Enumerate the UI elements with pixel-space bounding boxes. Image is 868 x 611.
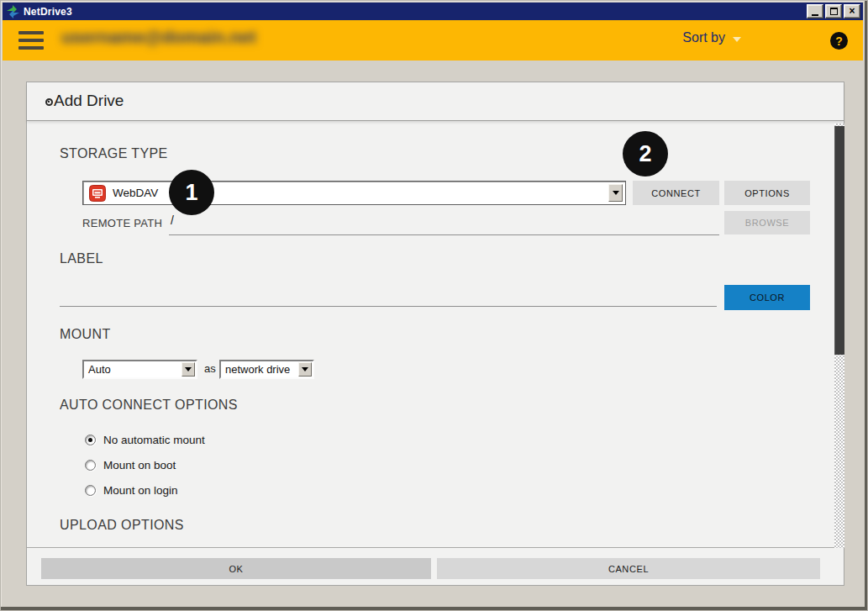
help-button[interactable]: ? <box>830 32 848 50</box>
radio-label: Mount on login <box>103 484 178 497</box>
browse-button[interactable]: BROWSE <box>724 211 810 234</box>
upload-options-heading: UPLOAD OPTIONS <box>60 518 184 533</box>
radio-row-mount-on-boot: Mount on boot <box>85 459 176 471</box>
add-drive-panel: Add Drive STORAGE TYPE WebDAV CONNECT OP… <box>26 82 844 586</box>
menu-icon[interactable] <box>18 31 44 50</box>
remote-path-label: REMOTE PATH <box>82 217 162 229</box>
close-icon: × <box>849 6 855 16</box>
sort-by-label: Sort by <box>682 30 725 45</box>
mount-heading: MOUNT <box>60 327 111 342</box>
radio-mount-on-boot[interactable] <box>85 460 96 471</box>
storage-type-heading: STORAGE TYPE <box>60 146 168 161</box>
radio-label: No automatic mount <box>103 434 205 446</box>
sort-by-button[interactable]: Sort by <box>682 30 741 45</box>
webdav-icon <box>89 185 106 202</box>
chevron-down-icon <box>733 37 741 42</box>
scrollbar-thumb[interactable] <box>834 126 844 355</box>
radio-row-mount-on-login: Mount on login <box>85 484 178 497</box>
maximize-button[interactable] <box>825 4 842 18</box>
mount-mode-value: Auto <box>88 363 111 376</box>
storage-type-value: WebDAV <box>113 187 158 199</box>
mount-target-dropdown-arrow[interactable] <box>298 362 312 377</box>
scrollbar-track[interactable] <box>834 124 844 548</box>
page-title: Add Drive <box>54 92 124 110</box>
window-title: NetDrive3 <box>24 6 72 18</box>
mount-target-value: network drive <box>225 363 290 376</box>
remote-path-input[interactable]: / <box>171 213 174 227</box>
auto-connect-heading: AUTO CONNECT OPTIONS <box>60 398 238 413</box>
app-logo-icon <box>6 5 20 18</box>
cursor-artifact-icon <box>45 98 53 106</box>
close-button[interactable]: × <box>844 4 860 18</box>
label-heading: LABEL <box>60 251 103 266</box>
window-controls: × <box>807 4 861 18</box>
storage-type-dropdown-arrow[interactable] <box>608 184 623 202</box>
label-underline <box>60 306 717 307</box>
ok-button[interactable]: OK <box>41 558 431 579</box>
mount-as-label: as <box>204 362 216 375</box>
radio-row-no-automatic-mount: No automatic mount <box>85 434 205 446</box>
remote-path-underline <box>169 234 719 235</box>
dropdown-arrow-icon <box>302 367 308 371</box>
cancel-button[interactable]: CANCEL <box>437 558 820 579</box>
minimize-button[interactable] <box>807 4 823 18</box>
dropdown-arrow-icon <box>185 367 192 371</box>
minimize-icon <box>812 14 818 16</box>
panel-header: Add Drive <box>27 82 844 121</box>
app-header: username@domain.net Sort by ? <box>3 20 863 61</box>
storage-type-combobox[interactable]: WebDAV <box>82 181 626 205</box>
color-button[interactable]: COLOR <box>724 285 810 310</box>
app-window: NetDrive3 × username@domain.net Sort by … <box>0 0 868 611</box>
radio-no-automatic-mount[interactable] <box>85 435 96 445</box>
account-email-blurred: username@domain.net <box>61 27 256 47</box>
radio-mount-on-login[interactable] <box>85 485 96 496</box>
connect-button[interactable]: CONNECT <box>633 181 719 205</box>
footer-divider <box>27 547 844 548</box>
dropdown-arrow-icon <box>613 191 619 195</box>
callout-badge-2: 2 <box>623 131 668 176</box>
label-input[interactable] <box>60 287 717 306</box>
help-icon: ? <box>835 34 843 48</box>
title-bar: NetDrive3 × <box>3 3 863 20</box>
radio-label: Mount on boot <box>103 459 176 471</box>
mount-target-select[interactable]: network drive <box>219 360 314 379</box>
callout-badge-1: 1 <box>169 170 214 215</box>
mount-mode-select[interactable]: Auto <box>82 360 197 379</box>
options-button[interactable]: OPTIONS <box>724 181 810 205</box>
mount-mode-dropdown-arrow[interactable] <box>181 362 195 377</box>
maximize-icon <box>830 8 838 15</box>
